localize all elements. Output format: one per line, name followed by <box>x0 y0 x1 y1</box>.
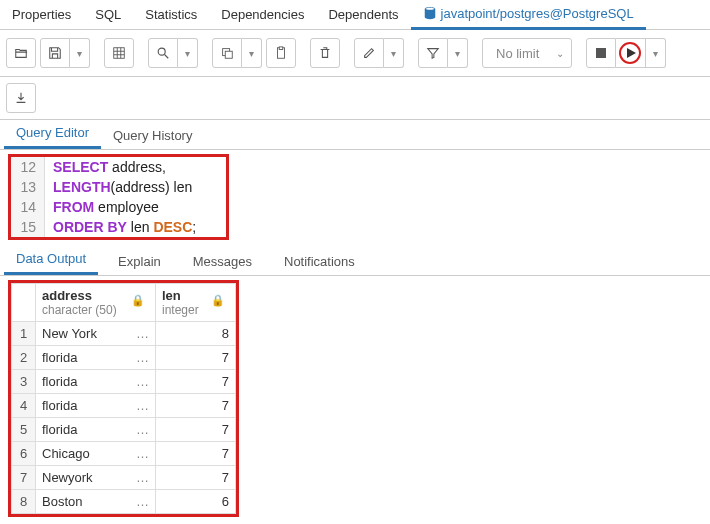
table-row[interactable]: 5florida…7 <box>12 418 236 442</box>
table-row[interactable]: 2florida…7 <box>12 346 236 370</box>
svg-rect-5 <box>279 47 283 50</box>
open-file-button[interactable] <box>6 38 36 68</box>
copy-dropdown[interactable]: ▾ <box>242 38 262 68</box>
cell-len[interactable]: 7 <box>156 346 236 370</box>
ellipsis-icon: … <box>136 446 149 461</box>
cell-address[interactable]: florida… <box>36 370 156 394</box>
save-dropdown[interactable]: ▾ <box>70 38 90 68</box>
ellipsis-icon: … <box>136 326 149 341</box>
tab-sql[interactable]: SQL <box>83 1 133 28</box>
table-row[interactable]: 1New York…8 <box>12 322 236 346</box>
copy-button[interactable] <box>212 38 242 68</box>
table-row[interactable]: 3florida…7 <box>12 370 236 394</box>
ellipsis-icon: … <box>136 398 149 413</box>
sql-editor[interactable]: 12 SELECT address, 13 LENGTH(address) le… <box>8 154 229 240</box>
cell-address[interactable]: Newyork… <box>36 466 156 490</box>
chevron-down-icon: ▾ <box>391 48 396 59</box>
chevron-down-icon: ⌄ <box>556 48 564 59</box>
grid-button[interactable] <box>104 38 134 68</box>
tab-query-history[interactable]: Query History <box>101 122 204 149</box>
svg-rect-3 <box>225 51 232 58</box>
ellipsis-icon: … <box>136 422 149 437</box>
results-grid: address character (50) 🔒 len integer 🔒 1… <box>8 280 239 517</box>
row-number: 3 <box>12 370 36 394</box>
cell-address[interactable]: Boston… <box>36 490 156 514</box>
tab-data-output[interactable]: Data Output <box>4 245 98 275</box>
cell-len[interactable]: 7 <box>156 394 236 418</box>
svg-point-1 <box>158 48 165 55</box>
lock-icon: 🔒 <box>211 294 225 307</box>
row-number: 7 <box>12 466 36 490</box>
cell-len[interactable]: 8 <box>156 322 236 346</box>
ellipsis-icon: … <box>136 350 149 365</box>
editor-tab-bar: Query Editor Query History <box>0 120 710 150</box>
column-header-address[interactable]: address character (50) 🔒 <box>36 284 156 322</box>
table-row[interactable]: 8Boston…6 <box>12 490 236 514</box>
tab-statistics[interactable]: Statistics <box>133 1 209 28</box>
tab-notifications[interactable]: Notifications <box>272 248 367 275</box>
edit-button[interactable] <box>354 38 384 68</box>
cell-address[interactable]: florida… <box>36 394 156 418</box>
svg-rect-6 <box>596 48 606 58</box>
tab-messages[interactable]: Messages <box>181 248 264 275</box>
tab-connection[interactable]: javatpoint/postgres@PostgreSQL <box>411 0 646 30</box>
paste-button[interactable] <box>266 38 296 68</box>
limit-label: No limit <box>490 46 549 61</box>
delete-button[interactable] <box>310 38 340 68</box>
save-button[interactable] <box>40 38 70 68</box>
chevron-down-icon: ▾ <box>653 48 658 59</box>
tab-properties[interactable]: Properties <box>0 1 83 28</box>
line-number: 14 <box>11 197 45 217</box>
edit-dropdown[interactable]: ▾ <box>384 38 404 68</box>
database-icon <box>423 6 437 20</box>
table-row[interactable]: 7Newyork…7 <box>12 466 236 490</box>
ellipsis-icon: … <box>136 374 149 389</box>
chevron-down-icon: ▾ <box>185 48 190 59</box>
search-dropdown[interactable]: ▾ <box>178 38 198 68</box>
line-number: 12 <box>11 157 45 177</box>
ellipsis-icon: … <box>136 494 149 509</box>
chevron-down-icon: ▾ <box>455 48 460 59</box>
limit-select[interactable]: No limit ⌄ <box>482 38 572 68</box>
ellipsis-icon: … <box>136 470 149 485</box>
cell-len[interactable]: 7 <box>156 442 236 466</box>
tab-query-editor[interactable]: Query Editor <box>4 119 101 149</box>
cell-len[interactable]: 7 <box>156 370 236 394</box>
row-number: 2 <box>12 346 36 370</box>
cell-len[interactable]: 6 <box>156 490 236 514</box>
main-tab-bar: Properties SQL Statistics Dependencies D… <box>0 0 710 30</box>
lock-icon: 🔒 <box>131 294 145 307</box>
tab-dependencies[interactable]: Dependencies <box>209 1 316 28</box>
filter-dropdown[interactable]: ▾ <box>448 38 468 68</box>
chevron-down-icon: ▾ <box>249 48 254 59</box>
filter-button[interactable] <box>418 38 448 68</box>
row-number: 8 <box>12 490 36 514</box>
row-number: 4 <box>12 394 36 418</box>
execute-dropdown[interactable]: ▾ <box>646 38 666 68</box>
cell-address[interactable]: florida… <box>36 418 156 442</box>
line-number: 15 <box>11 217 45 237</box>
table-row[interactable]: 4florida…7 <box>12 394 236 418</box>
row-number: 5 <box>12 418 36 442</box>
toolbar: ▾ ▾ ▾ ▾ ▾ No limit ⌄ <box>0 30 710 77</box>
table-row[interactable]: 6Chicago…7 <box>12 442 236 466</box>
cell-address[interactable]: florida… <box>36 346 156 370</box>
results-tab-bar: Data Output Explain Messages Notificatio… <box>0 244 710 276</box>
chevron-down-icon: ▾ <box>77 48 82 59</box>
svg-rect-0 <box>114 48 125 59</box>
cell-len[interactable]: 7 <box>156 466 236 490</box>
download-button[interactable] <box>6 83 36 113</box>
column-header-len[interactable]: len integer 🔒 <box>156 284 236 322</box>
row-number: 1 <box>12 322 36 346</box>
row-number: 6 <box>12 442 36 466</box>
tab-explain[interactable]: Explain <box>106 248 173 275</box>
cell-address[interactable]: Chicago… <box>36 442 156 466</box>
line-number: 13 <box>11 177 45 197</box>
tab-connection-label: javatpoint/postgres@PostgreSQL <box>441 6 634 21</box>
execute-button[interactable] <box>616 38 646 68</box>
cell-address[interactable]: New York… <box>36 322 156 346</box>
cell-len[interactable]: 7 <box>156 418 236 442</box>
search-button[interactable] <box>148 38 178 68</box>
stop-button[interactable] <box>586 38 616 68</box>
tab-dependents[interactable]: Dependents <box>316 1 410 28</box>
